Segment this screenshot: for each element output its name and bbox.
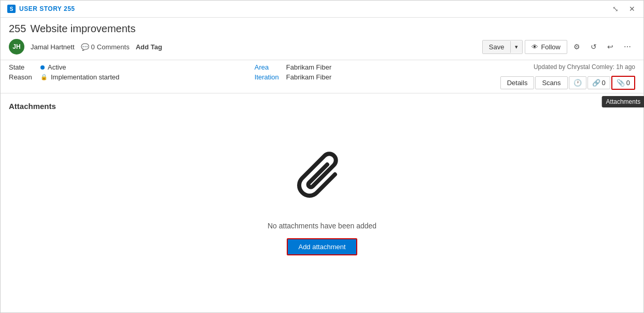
minimize-button[interactable]: ⤡ xyxy=(610,4,621,14)
attachments-tooltip: Attachments xyxy=(602,96,644,107)
lock-icon: 🔒 xyxy=(40,74,48,80)
tabs-row: Details Scans 🕐 🔗 0 📎 0 Attachments xyxy=(500,76,635,90)
links-count: 0 xyxy=(602,79,606,87)
paperclip-icon: 📎 xyxy=(617,79,625,87)
svg-text:S: S xyxy=(10,6,13,12)
state-dot xyxy=(40,65,45,70)
content-area: Attachments No attachments have been add… xyxy=(1,93,643,312)
attachments-count: 0 xyxy=(626,79,630,87)
iteration-value: Fabrikam Fiber xyxy=(286,73,331,81)
comment-bubble-icon: 💬 xyxy=(81,43,89,51)
save-dropdown-button[interactable]: ▾ xyxy=(510,41,522,53)
title-bar: S USER STORY 255 ⤡ ✕ xyxy=(1,1,643,18)
add-attachment-button[interactable]: Add attachment xyxy=(287,238,357,255)
attachments-section-title: Attachments xyxy=(9,102,635,111)
reason-label: Reason xyxy=(9,73,37,81)
title-bar-left: S USER STORY 255 xyxy=(7,4,75,13)
large-paperclip-icon xyxy=(291,151,353,213)
more-button[interactable]: ⋯ xyxy=(620,39,635,54)
follow-button[interactable]: 👁 Follow xyxy=(525,40,567,54)
area-value: Fabrikam Fiber xyxy=(286,63,331,71)
follow-label: Follow xyxy=(541,43,561,51)
history-button[interactable]: 🕐 xyxy=(569,76,586,89)
work-item-window: S USER STORY 255 ⤡ ✕ 255 Website improve… xyxy=(0,0,644,313)
history-icon: 🕐 xyxy=(573,79,582,87)
attachments-button-wrapper: 📎 0 Attachments xyxy=(611,76,635,90)
save-button-group: Save ▾ xyxy=(482,40,523,54)
meta-right: Updated by Chrystal Comley: 1h ago Detai… xyxy=(500,63,635,90)
details-tab[interactable]: Details xyxy=(500,76,535,89)
area-label[interactable]: Area xyxy=(255,63,283,71)
title-bar-controls: ⤡ ✕ xyxy=(610,4,637,14)
undo-button[interactable]: ↩ xyxy=(603,39,618,54)
toolbar-left: JH Jamal Hartnett 💬 0 Comments Add Tag xyxy=(9,39,162,55)
metadata-row: State Active Reason 🔒 Implementation sta… xyxy=(1,60,643,93)
save-button[interactable]: Save xyxy=(483,40,511,53)
work-item-header: 255 Website improvements JH Jamal Hartne… xyxy=(1,18,643,60)
state-field: State Active xyxy=(9,63,255,71)
title-bar-label: USER STORY 255 xyxy=(19,5,75,12)
story-title-row: 255 Website improvements xyxy=(9,23,635,35)
meta-middle: Area Fabrikam Fiber Iteration Fabrikam F… xyxy=(255,63,500,81)
attachments-empty-state: No attachments have been added Add attac… xyxy=(9,123,635,304)
eye-icon: 👁 xyxy=(531,43,538,51)
story-number: 255 xyxy=(9,23,26,35)
links-button[interactable]: 🔗 0 xyxy=(587,76,610,89)
story-name: Website improvements xyxy=(30,23,135,35)
toolbar-right: Save ▾ 👁 Follow ⚙ ↺ ↩ ⋯ xyxy=(482,39,635,54)
refresh-button[interactable]: ↺ xyxy=(586,39,601,54)
close-button[interactable]: ✕ xyxy=(627,4,637,14)
state-label: State xyxy=(9,63,37,71)
area-field: Area Fabrikam Fiber xyxy=(255,63,500,71)
empty-message: No attachments have been added xyxy=(268,222,376,230)
reason-field: Reason 🔒 Implementation started xyxy=(9,73,255,81)
comments-link[interactable]: 💬 0 Comments xyxy=(81,43,130,51)
avatar: JH xyxy=(9,39,24,55)
updated-text: Updated by Chrystal Comley: 1h ago xyxy=(534,63,635,71)
user-story-icon: S xyxy=(7,4,16,13)
state-value: Active xyxy=(48,63,66,71)
link-icon: 🔗 xyxy=(592,79,600,87)
scans-tab[interactable]: Scans xyxy=(535,76,567,89)
iteration-label[interactable]: Iteration xyxy=(255,73,283,81)
comments-count: 0 xyxy=(91,43,95,51)
iteration-field: Iteration Fabrikam Fiber xyxy=(255,73,500,81)
reason-value: Implementation started xyxy=(51,73,119,81)
add-tag-button[interactable]: Add Tag xyxy=(136,43,162,51)
toolbar: JH Jamal Hartnett 💬 0 Comments Add Tag S… xyxy=(9,39,635,55)
settings-button[interactable]: ⚙ xyxy=(569,39,584,54)
author-name: Jamal Hartnett xyxy=(31,43,75,51)
meta-left: State Active Reason 🔒 Implementation sta… xyxy=(9,63,255,81)
attachments-button[interactable]: 📎 0 xyxy=(611,76,635,90)
comments-label: Comments xyxy=(97,43,130,51)
